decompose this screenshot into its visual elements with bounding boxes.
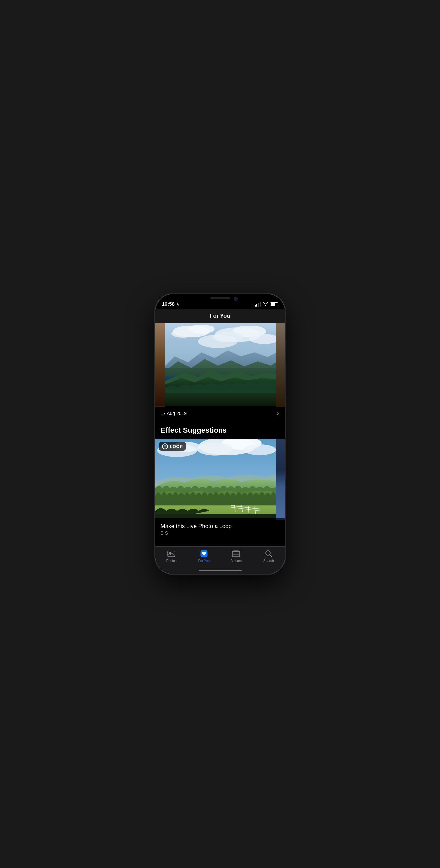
for-you-tab-icon [200, 550, 208, 558]
svg-rect-31 [233, 551, 239, 552]
loop-badge-label: LOOP [170, 444, 183, 449]
tab-photos-label: Photos [166, 559, 177, 563]
memory-side-left [155, 323, 165, 407]
svg-rect-26 [275, 439, 285, 518]
loop-badge: LOOP [159, 442, 186, 451]
effect-photo-strip: LOOP [155, 439, 285, 520]
memory-date: 17 Aug 2019 [161, 411, 187, 416]
battery-icon [270, 302, 278, 306]
effect-main-photo[interactable]: LOOP [155, 439, 275, 518]
notch [195, 294, 246, 304]
loop-icon [162, 443, 168, 449]
svg-point-8 [198, 335, 238, 348]
effect-metadata: Make this Live Photo a Loop B S [155, 520, 285, 538]
svg-point-14 [197, 443, 232, 456]
signal-icon [255, 302, 261, 307]
tab-albums[interactable]: Albums [220, 550, 253, 563]
memory-section[interactable]: 17 Aug 2019 2 [155, 323, 285, 420]
effect-sub: B S [161, 530, 280, 535]
memory-count: 2 [277, 411, 280, 416]
svg-line-35 [270, 555, 272, 557]
section-title: Effect Suggestions [161, 426, 280, 435]
svg-rect-30 [232, 552, 240, 557]
forest-landscape-svg [155, 439, 275, 518]
memory-side-right [275, 323, 285, 407]
albums-tab-icon [232, 550, 240, 558]
nav-title: For You [209, 313, 231, 319]
effect-description: Make this Live Photo a Loop [161, 523, 280, 530]
mountain-landscape-svg [165, 323, 275, 406]
section-header: Effect Suggestions [155, 420, 285, 439]
photos-tab-icon [167, 550, 176, 558]
svg-point-4 [171, 330, 195, 338]
memory-metadata: 17 Aug 2019 2 [155, 407, 285, 420]
front-camera [234, 297, 238, 301]
tab-search[interactable]: Search [253, 550, 285, 563]
main-content[interactable]: 17 Aug 2019 2 Effect Suggestions [155, 323, 285, 547]
svg-rect-10 [275, 323, 285, 406]
memory-main-photo[interactable] [165, 323, 275, 406]
memory-photo-strip [155, 323, 285, 407]
search-tab-icon [264, 550, 273, 558]
status-icons [255, 302, 278, 307]
svg-rect-25 [155, 514, 275, 518]
tab-for-you-label: For You [198, 559, 209, 563]
tab-albums-label: Albums [231, 559, 242, 563]
svg-rect-0 [155, 323, 165, 406]
location-icon [176, 302, 179, 306]
svg-point-15 [243, 444, 275, 455]
tab-for-you[interactable]: For You [187, 550, 220, 563]
effect-suggestions-section[interactable]: Effect Suggestions LOOP [155, 420, 285, 538]
navigation-bar: For You [155, 309, 285, 323]
wifi-icon [263, 302, 268, 306]
phone-frame: 16:58 [155, 294, 285, 574]
tab-search-label: Search [263, 559, 274, 563]
speaker [210, 297, 230, 299]
effect-side-right [275, 439, 285, 520]
tab-photos[interactable]: Photos [155, 550, 188, 563]
home-indicator [199, 570, 242, 571]
phone-screen: 16:58 [155, 294, 285, 574]
